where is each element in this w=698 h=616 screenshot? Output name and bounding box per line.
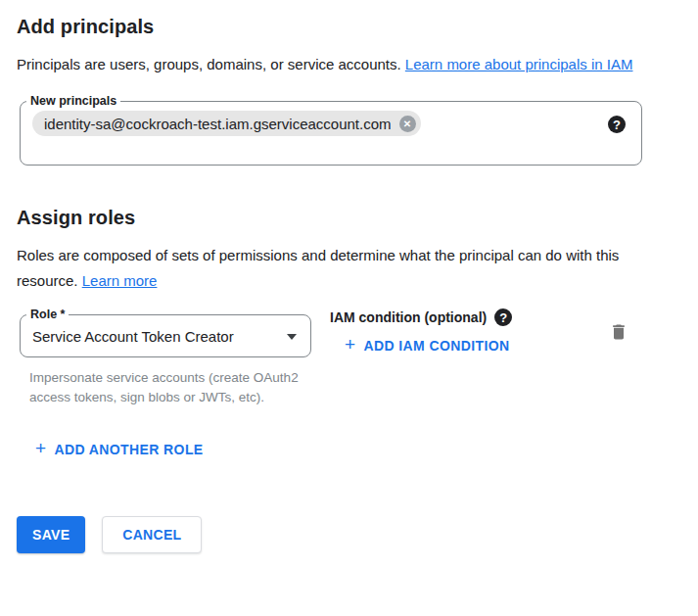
assign-roles-intro: Roles are composed of sets of permission…	[17, 243, 668, 294]
add-another-role-button[interactable]: + ADD ANOTHER ROLE	[27, 438, 211, 461]
principal-chip-value: identity-sa@cockroach-test.iam.gservicea…	[44, 116, 392, 132]
chip-remove-icon[interactable]: ✕	[399, 116, 416, 132]
new-principals-label: New principals	[26, 93, 120, 110]
add-iam-condition-button[interactable]: + ADD IAM CONDITION	[337, 334, 518, 357]
role-selected-value: Service Account Token Creator	[32, 328, 234, 345]
add-another-role-label: ADD ANOTHER ROLE	[55, 442, 204, 457]
iam-condition-help-icon[interactable]: ?	[494, 308, 512, 326]
principal-chip[interactable]: identity-sa@cockroach-test.iam.gservicea…	[32, 111, 421, 136]
new-principals-input[interactable]: New principals identity-sa@cockroach-tes…	[20, 101, 642, 166]
iam-condition-label: IAM condition (optional)	[330, 309, 487, 326]
page-title: Add principals	[17, 15, 681, 38]
learn-more-roles-link[interactable]: Learn more	[82, 272, 158, 289]
plus-icon: +	[345, 337, 356, 353]
role-row: Role * Service Account Token Creator Imp…	[17, 306, 681, 407]
cancel-button[interactable]: CANCEL	[102, 516, 202, 553]
role-dropdown[interactable]: Role * Service Account Token Creator	[20, 314, 311, 357]
role-label: Role *	[26, 307, 69, 323]
iam-condition-label-row: IAM condition (optional) ?	[330, 308, 518, 326]
trash-icon	[609, 322, 628, 342]
iam-condition-column: IAM condition (optional) ? + ADD IAM CON…	[330, 308, 518, 357]
add-iam-condition-label: ADD IAM CONDITION	[364, 338, 510, 354]
delete-role-button[interactable]	[607, 320, 630, 344]
plus-icon: +	[35, 441, 47, 456]
role-helper-text: Impersonate service accounts (create OAu…	[29, 368, 303, 407]
assign-roles-title: Assign roles	[17, 206, 681, 229]
chevron-down-icon	[287, 334, 297, 340]
principals-intro-text: Principals are users, groups, domains, o…	[17, 56, 405, 72]
principals-intro: Principals are users, groups, domains, o…	[17, 52, 663, 77]
new-principals-help-icon[interactable]: ?	[608, 116, 626, 133]
learn-more-principals-link[interactable]: Learn more about principals in IAM	[405, 56, 633, 72]
save-button[interactable]: SAVE	[17, 516, 85, 553]
role-column: Role * Service Account Token Creator Imp…	[20, 306, 311, 407]
action-row: SAVE CANCEL	[17, 516, 681, 553]
